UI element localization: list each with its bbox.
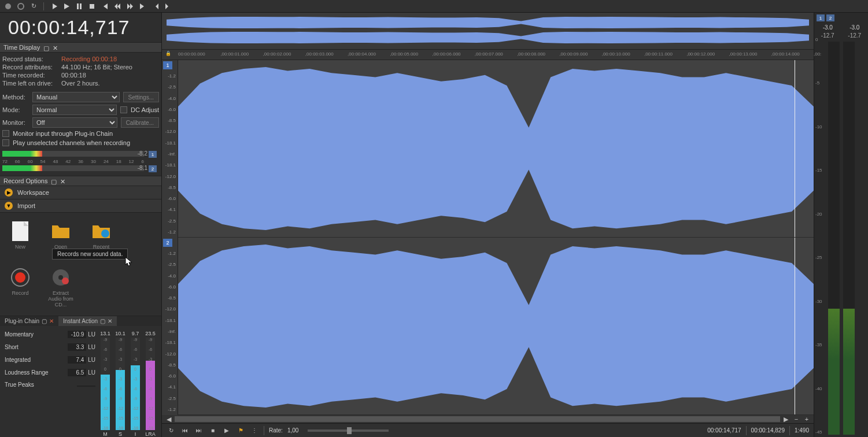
maximize-icon[interactable]: ▢ <box>42 318 47 324</box>
import-label: Import <box>17 202 35 209</box>
track-ch1[interactable] <box>178 60 814 238</box>
zoom-out-icon[interactable]: − <box>792 414 801 424</box>
rate-label: Rate: <box>269 427 283 434</box>
waveform-tracks[interactable] <box>178 60 814 415</box>
close-icon[interactable]: ✕ <box>60 178 66 184</box>
options-icon[interactable]: ⋮ <box>250 426 259 435</box>
channel-2-tag[interactable]: 2 <box>149 165 157 172</box>
ruler-tick: ,00:00:11.000 <box>644 51 673 57</box>
svg-point-4 <box>101 229 109 238</box>
loudness-row: Integrated7.4 LU <box>5 356 95 364</box>
new-tile[interactable]: New <box>6 221 35 255</box>
maximize-icon[interactable]: ▢ <box>100 318 105 324</box>
meter-bar-ch1 <box>828 42 840 435</box>
skip-end-icon[interactable] <box>138 2 147 11</box>
tile-label: New <box>15 244 25 250</box>
svg-rect-2 <box>90 4 94 9</box>
mode-select[interactable]: Normal <box>32 105 117 115</box>
record-tile[interactable]: Record <box>6 267 35 308</box>
svg-point-8 <box>58 275 63 280</box>
ruler-tick: ,00:00:12.000 <box>686 51 715 57</box>
settings-button[interactable]: Settings... <box>123 92 159 102</box>
play-icon[interactable] <box>62 2 71 11</box>
meter-bar-ch2 <box>843 42 855 435</box>
dc-adjust-label: DC Adjust <box>131 106 159 113</box>
ruler-tick: ,00:00:10.000 <box>602 51 630 57</box>
cd-icon <box>50 267 71 288</box>
record-icon[interactable] <box>3 2 13 11</box>
extract-cd-tile[interactable]: Extract Audio from CD... <box>46 267 75 308</box>
panel-title: Record Options <box>3 177 47 184</box>
loudness-meter-I: 9.7-9-6-30-3-6-9-12-15-18I <box>129 331 142 437</box>
overview-ch1 <box>167 16 809 29</box>
rewind-icon[interactable] <box>113 2 122 11</box>
import-section[interactable]: ▼ Import <box>0 199 161 213</box>
skip-start-icon[interactable] <box>100 2 109 11</box>
playhead[interactable] <box>795 238 795 414</box>
next-marker-icon[interactable] <box>164 2 173 11</box>
play-start-icon[interactable] <box>49 2 58 11</box>
monitor-plugin-checkbox[interactable] <box>2 130 9 137</box>
scroll-right-icon[interactable]: ▶ <box>781 414 791 424</box>
transport-toolbar: ↻ <box>0 0 868 13</box>
scroll-left-icon[interactable]: ◀ <box>164 414 173 424</box>
time-ruler[interactable]: 🔒 00:00:00.000,00:00:01.000,00:00:02.000… <box>162 50 814 60</box>
pause-icon[interactable] <box>75 2 84 11</box>
plugin-chain-tab[interactable]: Plug-in Chain▢✕ <box>0 316 58 326</box>
fast-forward-icon[interactable] <box>125 2 135 11</box>
position-readout: 00:00:14,717 <box>707 427 741 434</box>
monitor-plugin-label: Monitor input through Plug-in Chain <box>13 130 113 137</box>
ruler-tick: ,00:00:09.000 <box>559 51 588 57</box>
meter-ch2-tag[interactable]: 2 <box>826 14 834 21</box>
meter-ch1-tag[interactable]: 1 <box>817 14 825 21</box>
marker-icon[interactable]: ⚑ <box>236 426 245 435</box>
dc-adjust-checkbox[interactable] <box>120 106 127 113</box>
zoom-in-icon[interactable]: + <box>802 414 811 424</box>
time-left-value: Over 2 hours. <box>61 80 100 87</box>
lock-icon[interactable]: 🔒 <box>165 51 171 56</box>
track-ch2[interactable] <box>178 238 814 415</box>
status-bar: ↻ ⏮ ⏭ ■ ▶ ⚑ ⋮ Rate: 1,00 00:00:14,717 00… <box>162 423 814 437</box>
method-select[interactable]: Manual <box>32 92 120 102</box>
maximize-icon[interactable]: ▢ <box>43 45 49 50</box>
channel-2-badge[interactable]: 2 <box>163 239 172 247</box>
stop-icon[interactable]: ■ <box>208 426 217 435</box>
tile-label: Extract Audio from CD... <box>46 290 75 308</box>
channel-gutter: 1 -1.2-2.5-4.0-6.0-8.5-12.0-18.1-Inf.-18… <box>162 60 178 415</box>
instant-action-tab[interactable]: Instant Action▢✕ <box>58 316 117 326</box>
loudness-row: Momentary-10.9 LU <box>5 331 95 338</box>
workspace-section[interactable]: ▶ Workspace <box>0 186 161 199</box>
maximize-icon[interactable]: ▢ <box>51 178 57 184</box>
record-options-header: Record Options ▢ ✕ <box>0 176 161 186</box>
channel-1-badge[interactable]: 1 <box>163 61 172 69</box>
stop2-icon[interactable] <box>87 2 97 11</box>
monitor-select[interactable]: Off <box>32 117 117 128</box>
ruler-tick: 00:00:00.000 <box>178 51 205 57</box>
record-tooltip: Records new sound data. <box>52 249 128 260</box>
stop-icon[interactable] <box>16 2 25 11</box>
scroll-thumb[interactable] <box>175 416 780 422</box>
record-attr-label: Record attributes: <box>2 64 57 71</box>
record-attr-value: 44.100 Hz; 16 Bit; Stereo <box>61 64 132 71</box>
loop-icon[interactable]: ↻ <box>29 2 38 11</box>
output-meter-panel: 1 2 -3.0 -3.0 -12.7 -12.7 0-5-10-15-20-2… <box>814 13 868 437</box>
calibrate-button[interactable]: Calibrate... <box>121 117 159 128</box>
close-icon[interactable]: ✕ <box>53 45 58 50</box>
skip-end-icon[interactable]: ⏭ <box>194 426 204 435</box>
channel-1-tag[interactable]: 1 <box>149 151 157 158</box>
horizontal-scrollbar[interactable]: ◀ ▶ − + <box>162 415 814 423</box>
rate-slider[interactable] <box>308 429 389 432</box>
overview-waveform[interactable] <box>162 13 814 50</box>
prev-marker-icon[interactable] <box>151 2 160 11</box>
tile-label: Record <box>12 290 28 296</box>
playhead[interactable] <box>795 60 795 237</box>
ruler-tick: ,00:00:05.000 <box>390 51 418 57</box>
total-readout: 00:00:14,829 <box>751 427 785 434</box>
overview-ch2 <box>167 31 809 44</box>
play-icon[interactable]: ▶ <box>222 426 231 435</box>
play-unselected-checkbox[interactable] <box>2 139 9 146</box>
close-icon[interactable]: ✕ <box>108 318 112 324</box>
skip-start-icon[interactable]: ⏮ <box>180 426 190 435</box>
loop-icon[interactable]: ↻ <box>167 426 176 435</box>
close-icon[interactable]: ✕ <box>49 318 54 324</box>
